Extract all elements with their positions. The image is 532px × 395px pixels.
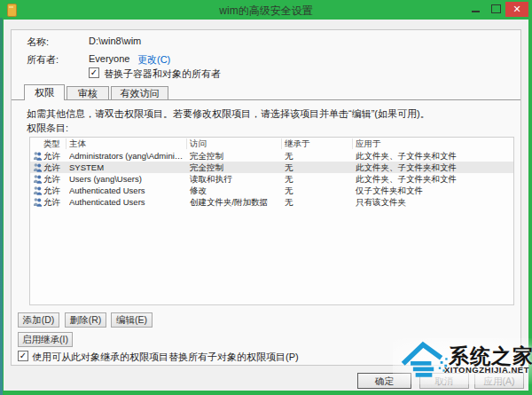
cell-principal: Authenticated Users — [69, 197, 187, 207]
titlebar[interactable]: wim的高级安全设置 ✕ — [0, 0, 532, 20]
table-row[interactable]: 允许 Authenticated Users 修改 无 仅子文件夹和文件 — [30, 185, 513, 196]
col-principal[interactable]: 主体 — [69, 138, 187, 150]
minimize-button[interactable] — [466, 0, 484, 17]
close-button[interactable]: ✕ — [505, 2, 528, 17]
cell-applies: 只有该文件夹 — [356, 197, 406, 209]
info-text: 如需其他信息，请双击权限项目。若要修改权限项目，请选择该项目并单击“编辑”(如果… — [27, 107, 430, 121]
maximize-button[interactable] — [487, 0, 505, 17]
cell-principal: Users (yang\Users) — [69, 174, 187, 184]
maximize-icon — [491, 4, 501, 13]
cell-inherited: 无 — [285, 197, 293, 209]
table-row[interactable]: 允许 SYSTEM 完全控制 无 此文件夹、子文件夹和文件 — [30, 162, 513, 173]
table-row[interactable]: 允许 Users (yang\Users) 读取和执行 无 此文件夹、子文件夹和… — [30, 173, 513, 185]
col-type[interactable]: 类型 — [43, 138, 60, 150]
cell-principal: Authenticated Users — [69, 186, 187, 195]
cell-access: 创建文件夹/附加数据 — [190, 197, 268, 209]
enable-inheritance-button[interactable]: 启用继承(I) — [18, 332, 73, 347]
cancel-button[interactable]: 取消 — [419, 373, 469, 389]
owner-value: Everyone — [89, 53, 129, 64]
owner-label: 所有者: — [27, 53, 59, 67]
remove-button[interactable]: 删除(R) — [65, 312, 106, 328]
replace-owner-checkbox[interactable]: ✓ — [89, 67, 99, 78]
header-separator — [186, 138, 187, 149]
replace-owner-label: 替换子容器和对象的所有者 — [104, 67, 221, 81]
ok-button[interactable]: 确定 — [357, 373, 411, 389]
apply-button[interactable]: 应用(A) — [474, 373, 524, 389]
col-access[interactable]: 访问 — [190, 138, 207, 150]
desktop-edge — [0, 18, 3, 395]
table-row[interactable]: 允许 Authenticated Users 创建文件夹/附加数据 无 只有该文… — [30, 196, 513, 208]
tab-auditing[interactable]: 审核 — [66, 86, 109, 100]
name-label: 名称: — [27, 36, 49, 49]
user-icon — [33, 197, 43, 209]
table-header[interactable]: 类型 主体 访问 继承于 应用于 — [30, 138, 513, 150]
entries-label: 权限条目: — [27, 122, 68, 135]
owner-change-link[interactable]: 更改(C) — [137, 53, 170, 67]
window-title: wim的高级安全设置 — [0, 4, 532, 19]
edit-button[interactable]: 编辑(E) — [111, 312, 153, 328]
tab-divider — [12, 99, 520, 100]
header-separator — [281, 138, 282, 149]
permission-entries-table[interactable]: 类型 主体 访问 继承于 应用于 允许 Administrators (yang… — [29, 137, 514, 305]
col-inherited-from[interactable]: 继承于 — [285, 138, 310, 150]
header-separator — [352, 138, 353, 149]
col-applies-to[interactable]: 应用于 — [356, 138, 381, 150]
tab-effective-access[interactable]: 有效访问 — [111, 86, 168, 100]
tab-permissions[interactable]: 权限 — [24, 84, 65, 100]
cell-principal: SYSTEM — [69, 162, 187, 172]
advanced-security-dialog: wim的高级安全设置 ✕ 名称: D:\win8\wim 所有者: Everyo… — [0, 0, 532, 395]
minimize-icon — [472, 11, 480, 12]
cell-type: 允许 — [43, 197, 60, 209]
header-separator — [66, 138, 66, 149]
cell-principal: Administrators (yang\Administra... — [69, 151, 187, 161]
table-row[interactable]: 允许 Administrators (yang\Administra... 完全… — [30, 150, 513, 162]
name-value: D:\win8\wim — [89, 36, 141, 46]
replace-child-permissions-checkbox[interactable]: ✓ — [18, 351, 28, 361]
replace-child-permissions-label: 使用可从此对象继承的权限项目替换所有子对象的权限项目(P) — [32, 351, 299, 364]
add-button[interactable]: 添加(D) — [18, 312, 59, 328]
